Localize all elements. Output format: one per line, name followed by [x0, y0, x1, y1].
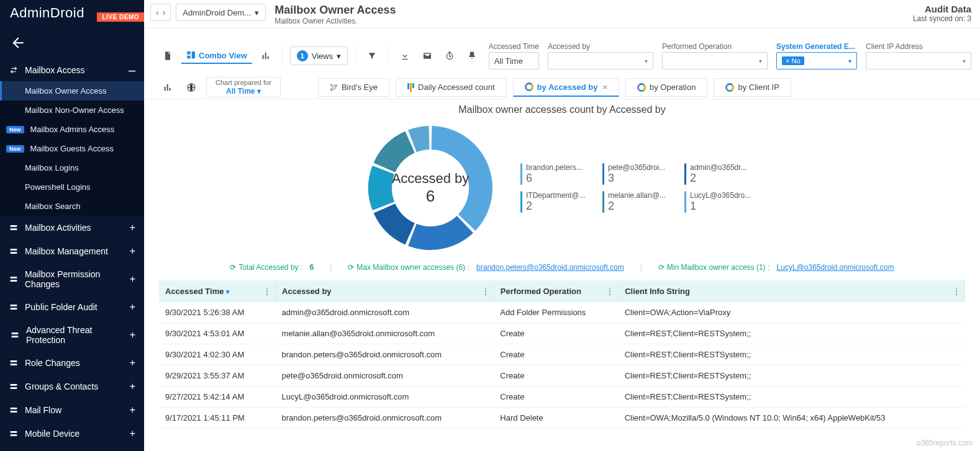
column-menu-icon[interactable]: ⋮	[952, 287, 961, 297]
table-cell: 9/17/2021 1:45:11 PM	[159, 408, 276, 429]
legend-item[interactable]: admin@o365dr...2	[684, 163, 765, 185]
chart-tab[interactable]: by Client IP	[714, 78, 791, 97]
column-chart-icon-button[interactable]	[159, 79, 176, 96]
table-row[interactable]: 9/30/2021 4:53:01 AMmelanie.allan@o365dr…	[159, 323, 965, 344]
table-row[interactable]: 9/29/2021 3:55:37 AMpete@o365droid.onmic…	[159, 365, 965, 386]
mail-icon-button[interactable]	[419, 47, 436, 65]
table-row[interactable]: 9/30/2021 5:26:38 AMadmin@o365droid.onmi…	[159, 302, 965, 323]
table-row[interactable]: 9/27/2021 5:42:14 AMLucyL@o365droid.onmi…	[159, 386, 965, 408]
table-header-cell[interactable]: Accessed Time▾⋮	[159, 280, 276, 302]
views-dropdown[interactable]: 1 Views ▾	[290, 47, 348, 65]
combo-icon	[186, 50, 196, 60]
stat-min-link[interactable]: LucyL@o365droid.onmicrosoft.com	[777, 263, 894, 272]
table-cell: Add Folder Permissions	[494, 302, 618, 323]
bell-icon-button[interactable]	[463, 47, 481, 65]
sidebar-item[interactable]: Mailbox Non-Owner Access	[0, 100, 144, 120]
nav-groups: Mailbox Activities+Mailbox Management+Ma…	[0, 216, 144, 445]
table-body: 9/30/2021 5:26:38 AMadmin@o365droid.onmi…	[159, 302, 965, 429]
collapse-icon: –	[129, 67, 135, 73]
expand-icon: +	[130, 357, 135, 368]
ring-icon	[725, 83, 734, 92]
nav-group[interactable]: Advanced Threat Protection+	[0, 319, 144, 351]
nav-group-icon	[9, 429, 19, 439]
sidebar-item[interactable]: NewMailbox Guests Access	[0, 139, 144, 158]
legend-item[interactable]: brandon.peters...6	[520, 163, 601, 185]
download-icon-button[interactable]	[396, 47, 414, 65]
clock-icon-button[interactable]	[441, 47, 458, 65]
nav-group[interactable]: Role Changes+	[0, 351, 144, 375]
chart-tab[interactable]: 🕊Bird's Eye	[318, 78, 389, 97]
stat-max-link[interactable]: brandon.peters@o365droid.onmicrosoft.com	[476, 263, 624, 272]
chart-tab-label: by Operation	[650, 83, 696, 92]
svg-rect-2	[192, 51, 195, 58]
back-button[interactable]	[0, 24, 144, 59]
chevron-down-icon: ▾	[337, 51, 341, 61]
chevron-down-icon: ▾	[255, 8, 259, 17]
stat-max: ⟳ Max Mailbox owner accesses (6) : brand…	[348, 263, 624, 272]
nav-group[interactable]: Mailbox Management+	[0, 239, 144, 263]
sidebar-item[interactable]: Powershell Logins	[0, 177, 144, 197]
sidebar-item[interactable]: Mailbox Search	[0, 197, 144, 216]
donut-chart[interactable]: Accessed by 6	[359, 117, 502, 259]
chart-tab[interactable]: by Operation	[625, 78, 707, 97]
sidebar-item[interactable]: Mailbox Owner Access	[0, 81, 144, 100]
filter-accessed-by-select[interactable]: ▾	[548, 52, 653, 69]
nav-group[interactable]: Mail Flow+	[0, 398, 144, 422]
nav-group[interactable]: Groups & Contacts+	[0, 375, 144, 398]
table-cell: LucyL@o365droid.onmicrosoft.com	[276, 386, 494, 408]
table-row[interactable]: 9/30/2021 4:02:30 AMbrandon.peters@o365d…	[159, 344, 965, 365]
legend-item[interactable]: melanie.allan@...2	[602, 191, 683, 213]
nav-group-mailbox-access[interactable]: Mailbox Access –	[0, 59, 144, 81]
filter-icon-button[interactable]	[363, 47, 381, 65]
nav-group-icon	[9, 358, 19, 368]
filter-sysgen-select[interactable]: × No ▾	[776, 52, 857, 69]
views-label: Views	[312, 51, 333, 61]
filter-performed-op-select[interactable]: ▾	[662, 52, 768, 69]
exchange-icon	[9, 65, 19, 75]
filter-label: Accessed by	[548, 42, 653, 51]
table-cell: Create	[494, 323, 618, 344]
table-cell: Create	[494, 344, 618, 365]
column-menu-icon[interactable]: ⋮	[606, 287, 614, 297]
nav-group-icon	[9, 223, 19, 233]
column-menu-icon[interactable]: ⋮	[263, 287, 271, 297]
legend-item[interactable]: ITDepartment@...2	[520, 191, 601, 213]
legend-item[interactable]: LucyL@o365dro...1	[684, 191, 765, 213]
audit-info: Audit Data Last synced on: 3	[913, 4, 971, 23]
column-menu-icon[interactable]: ⋮	[481, 287, 490, 297]
table-row[interactable]: 9/17/2021 1:45:11 PMbrandon.peters@o365d…	[159, 408, 965, 429]
document-icon-button[interactable]	[159, 47, 176, 65]
tenant-dropdown[interactable]: AdminDroid Dem... ▾	[176, 4, 266, 21]
chart-tab[interactable]: Daily Accessed count	[396, 78, 507, 97]
table-header-cell[interactable]: Client Info String⋮	[619, 280, 965, 302]
combo-view-button[interactable]: Combo View	[181, 48, 252, 64]
nav-group[interactable]: Mobile Device+	[0, 422, 144, 445]
nav-next-button[interactable]: ›	[161, 7, 167, 17]
nav-prev-button[interactable]: ‹	[155, 7, 160, 17]
sidebar-item[interactable]: NewMailbox Admins Access	[0, 120, 144, 139]
table-cell: 9/30/2021 4:02:30 AM	[159, 344, 276, 365]
new-badge: New	[6, 126, 24, 133]
chart-prepared-block[interactable]: Chart prepared for All Time ▾	[206, 77, 281, 98]
chart-tab[interactable]: by Accessed by×	[513, 78, 619, 97]
filter-client-ip-select[interactable]: ▾	[866, 52, 971, 69]
globe-icon-button[interactable]	[183, 79, 200, 96]
table-header-cell[interactable]: Accessed by⋮	[276, 280, 494, 302]
expand-icon: +	[130, 274, 135, 285]
nav-group-icon	[9, 246, 19, 256]
table-header-cell[interactable]: Performed Operation⋮	[494, 280, 618, 302]
filter-tag[interactable]: × No	[782, 56, 804, 65]
nav-group[interactable]: Public Folder Audit+	[0, 295, 144, 319]
sidebar-item[interactable]: Mailbox Logins	[0, 158, 144, 177]
chart-icon-button[interactable]	[257, 47, 274, 65]
legend-item[interactable]: pete@o365droi...3	[602, 163, 683, 185]
table-cell: 9/30/2021 5:26:38 AM	[159, 302, 276, 323]
nav-group[interactable]: Mailbox Permission Changes+	[0, 263, 144, 295]
expand-icon: +	[130, 246, 135, 257]
filter-accessed-time-select[interactable]: All Time	[489, 52, 539, 69]
brand-name: AdminDroid	[10, 5, 84, 20]
table-cell: Client=OWA;Action=ViaProxy	[619, 302, 965, 323]
sidebar-item-label: Mailbox Non-Owner Access	[25, 105, 124, 115]
close-icon[interactable]: ×	[602, 83, 607, 92]
nav-group[interactable]: Mailbox Activities+	[0, 216, 144, 239]
